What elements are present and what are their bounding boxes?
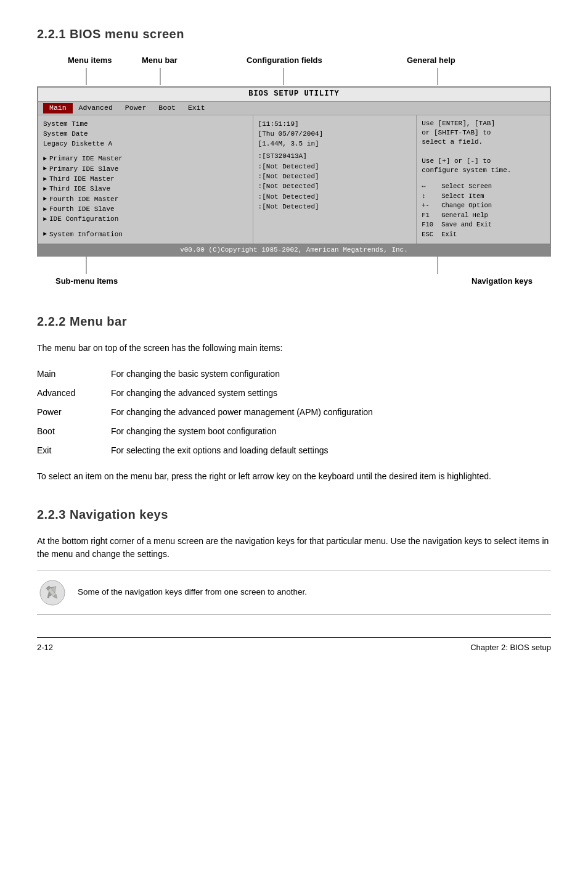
menu-item-main-name: Main [37, 365, 111, 384]
bios-ide-primary-master: ►Primary IDE Master [43, 154, 248, 163]
section-222: 2.2.2 Menu bar The menu bar on top of th… [37, 312, 551, 483]
note-box: Some of the navigation keys differ from … [37, 571, 551, 615]
menu-item-advanced-name: Advanced [37, 384, 111, 403]
nav-key-f10: F10 Save and Exit [422, 220, 545, 230]
menu-item-exit-desc: For selecting the exit options and loadi… [111, 441, 551, 460]
menu-item-exit-name: Exit [37, 441, 111, 460]
menu-item-boot-desc: For changing the system boot configurati… [111, 422, 551, 441]
section-222-outro: To select an item on the menu bar, press… [37, 470, 551, 483]
table-row: Advanced For changing the advanced syste… [37, 384, 551, 403]
section-222-heading: 2.2.2 Menu bar [37, 312, 551, 331]
bios-help-text: Use [ENTER], [TAB] or [SHIFT-TAB] to sel… [422, 119, 545, 176]
bios-legacy-diskette-label: Legacy Diskette A [43, 139, 248, 149]
section-223-heading: 2.2.3 Navigation keys [37, 505, 551, 524]
bios-menu-row: Main Advanced Power Boot Exit [38, 102, 550, 115]
label-sub-menu-items: Sub-menu items [55, 275, 118, 287]
bios-menu-power: Power [119, 103, 153, 113]
label-menu-items: Menu items [68, 54, 112, 67]
footer-chapter: Chapter 2: BIOS setup [470, 642, 551, 654]
label-config-fields: Configuration fields [247, 54, 322, 67]
menu-item-main-desc: For changing the basic system configurat… [111, 365, 551, 384]
bios-right-panel: Use [ENTER], [TAB] or [SHIFT-TAB] to sel… [417, 115, 550, 244]
bios-system-date-label: System Date [43, 129, 248, 139]
note-icon [37, 577, 68, 608]
bios-config-date: [Thu 05/07/2004] [258, 129, 412, 139]
nav-key-plusminus: +- Change Option [422, 201, 545, 211]
nav-key-updown: ↕ Select Item [422, 192, 545, 202]
bios-sys-info: ►System Information [43, 229, 248, 239]
bios-ide-primary-slave: ►Primary IDE Slave [43, 164, 248, 174]
bios-system-items: System Time System Date Legacy Diskette … [43, 119, 248, 149]
bios-menu-exit: Exit [182, 103, 211, 113]
connector-lines-bottom [37, 257, 555, 275]
menu-item-power-desc: For changing the advanced power manageme… [111, 403, 551, 422]
menu-item-boot-name: Boot [37, 422, 111, 441]
label-menu-bar: Menu bar [142, 54, 178, 67]
nav-key-esc: ESC Exit [422, 230, 545, 240]
bios-ide-third-master: ►Third IDE Master [43, 174, 248, 184]
bios-config-ide2: :[Not Detected] [258, 162, 412, 171]
bios-config-ide4: :[Not Detected] [258, 181, 412, 191]
bios-config-ide1: :[ST320413A] [258, 151, 412, 161]
section-221-heading: 2.2.1 BIOS menu screen [37, 25, 551, 43]
bottom-labels: Sub-menu items Navigation keys [37, 275, 551, 287]
table-row: Exit For selecting the exit options and … [37, 441, 551, 460]
label-navigation-keys: Navigation keys [472, 275, 533, 287]
note-text: Some of the navigation keys differ from … [78, 586, 307, 598]
bios-config-ide3: :[Not Detected] [258, 171, 412, 181]
bios-config-diskette: [1.44M, 3.5 in] [258, 139, 412, 149]
bios-ide-third-slave: ►Third IDE Slave [43, 184, 248, 194]
table-row: Power For changing the advanced power ma… [37, 403, 551, 422]
bios-footer: v00.00 (C)Copyright 1985-2002, American … [38, 244, 550, 255]
menu-bar-table: Main For changing the basic system confi… [37, 365, 551, 460]
bios-menu-advanced: Advanced [73, 103, 119, 113]
section-222-intro: The menu bar on top of the screen has th… [37, 342, 551, 355]
menu-item-advanced-desc: For changing the advanced system setting… [111, 384, 551, 403]
table-row: Main For changing the basic system confi… [37, 365, 551, 384]
bios-ide-items: ►Primary IDE Master ►Primary IDE Slave ►… [43, 154, 248, 224]
bios-config-ide6: :[Not Detected] [258, 202, 412, 212]
section-223: 2.2.3 Navigation keys At the bottom righ… [37, 505, 551, 615]
pencil-icon [39, 579, 66, 606]
connector-lines-top [37, 68, 555, 86]
bios-nav-keys: ↔ Select Screen ↕ Select Item +- Change … [422, 182, 545, 240]
table-row: Boot For changing the system boot config… [37, 422, 551, 441]
bios-menu-main: Main [43, 103, 73, 113]
bios-ide-config: ►IDE Configuration [43, 214, 248, 224]
bios-menu-boot: Boot [152, 103, 182, 113]
footer-page-num: 2-12 [37, 642, 53, 654]
bios-config-time: [11:51:19] [258, 119, 412, 129]
bios-middle-panel: [11:51:19] [Thu 05/07/2004] [1.44M, 3.5 … [253, 115, 417, 244]
menu-item-power-name: Power [37, 403, 111, 422]
nav-key-arrows: ↔ Select Screen [422, 182, 545, 192]
bios-left-panel: System Time System Date Legacy Diskette … [38, 115, 253, 244]
section-221: 2.2.1 BIOS menu screen Menu items Menu b… [37, 25, 551, 287]
section-223-intro: At the bottom right corner of a menu scr… [37, 535, 551, 561]
bios-system-time-label: System Time [43, 119, 248, 129]
page-footer: 2-12 Chapter 2: BIOS setup [37, 637, 551, 654]
bios-content: System Time System Date Legacy Diskette … [38, 115, 550, 244]
nav-key-f1: F1 General Help [422, 211, 545, 221]
bios-title-bar: BIOS SETUP UTILITY [38, 88, 550, 102]
bios-config-ide5: :[Not Detected] [258, 192, 412, 202]
label-general-help: General help [407, 54, 455, 67]
bios-screenshot: BIOS SETUP UTILITY Main Advanced Power B… [37, 86, 551, 257]
bios-ide-fourth-slave: ►Fourth IDE Slave [43, 204, 248, 214]
bios-ide-fourth-master: ►Fourth IDE Master [43, 194, 248, 204]
